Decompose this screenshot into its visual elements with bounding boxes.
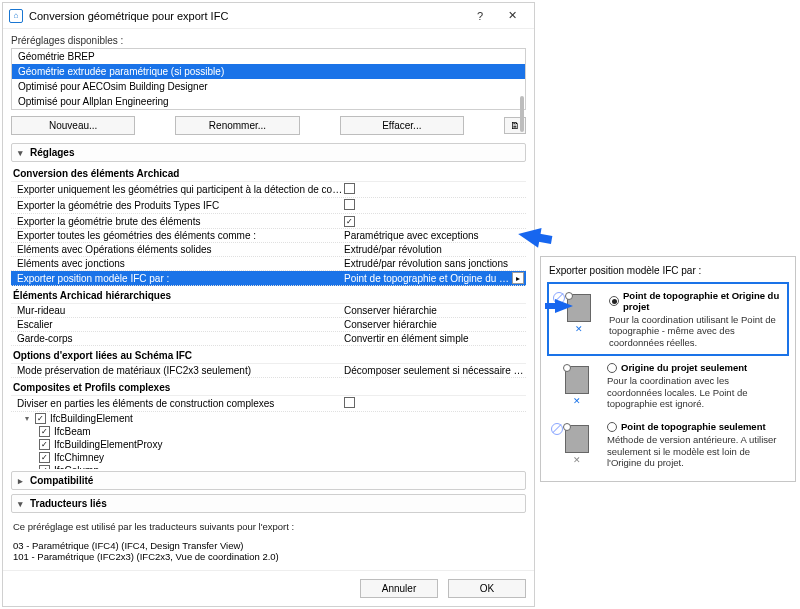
checkbox-checked[interactable]: ✓: [39, 465, 50, 469]
element-tree: ▾ ✓ IfcBuildingElement ✓IfcBeam ✓IfcBuil…: [11, 412, 526, 469]
row-toutes[interactable]: Exporter toutes les géométries des éléme…: [11, 229, 526, 243]
preset-item[interactable]: Géométrie BREP: [12, 49, 525, 64]
row-solides[interactable]: Eléments avec Opérations éléments solide…: [11, 243, 526, 257]
radio-selected[interactable]: [609, 296, 619, 306]
section-translators-header[interactable]: ▾ Traducteurs liés: [12, 495, 525, 512]
section-compat-header[interactable]: ▸ Compatibilité: [12, 472, 525, 489]
row-mur[interactable]: Mur-rideau Conserver hiérarchie: [11, 304, 526, 318]
section-reglages-header[interactable]: ▾ Réglages: [12, 144, 525, 161]
row-types[interactable]: Exporter la géométrie des Produits Types…: [11, 198, 526, 214]
checkbox-checked[interactable]: ✓: [344, 216, 355, 227]
row-value: Conserver hiérarchie: [344, 319, 524, 330]
option-title: Point de topographie et Origine du proje…: [623, 290, 781, 312]
checkbox-checked[interactable]: ✓: [39, 439, 50, 450]
row-label: Mur-rideau: [17, 305, 344, 316]
checkbox[interactable]: [344, 183, 355, 194]
group-conversion: Conversion des éléments Archicad: [11, 164, 526, 182]
ok-button[interactable]: OK: [448, 579, 526, 598]
scrollbar-thumb[interactable]: [520, 96, 524, 132]
row-label: Exporter position modèle IFC par :: [17, 273, 344, 284]
tree-node[interactable]: ✓IfcChimney: [39, 451, 526, 464]
checkbox[interactable]: [344, 199, 355, 210]
checkbox-checked[interactable]: ✓: [39, 426, 50, 437]
translators-list: 03 - Paramétrique (IFC4) (IFC4, Design T…: [3, 538, 534, 570]
section-compat-title: Compatibilité: [30, 475, 93, 486]
section-reglages-title: Réglages: [30, 147, 74, 158]
cancel-button[interactable]: Annuler: [360, 579, 438, 598]
preset-item[interactable]: Optimisé pour Allplan Engineering: [12, 94, 525, 109]
position-popup: Exporter position modèle IFC par : ✕ Poi…: [540, 256, 796, 482]
tree-label: IfcChimney: [54, 452, 104, 463]
translators-intro: Ce préréglage est utilisé par les traduc…: [3, 515, 534, 538]
preset-item[interactable]: Optimisé pour AECOsim Building Designer: [12, 79, 525, 94]
row-brute[interactable]: Exporter la géométrie brute des éléments…: [11, 214, 526, 229]
help-button[interactable]: ?: [464, 5, 496, 27]
group-export-ifc: Options d'export liées au Schéma IFC: [11, 346, 526, 364]
option-topo-only[interactable]: ✕ Point de topographie seulement Méthode…: [547, 415, 789, 474]
tree-node[interactable]: ✓IfcColumn: [39, 464, 526, 469]
tree-label: IfcBuildingElement: [50, 413, 133, 424]
page-icon: 🗎: [510, 120, 520, 131]
preset-list-wrap: Géométrie BREP Géométrie extrudée paramé…: [3, 48, 534, 110]
radio[interactable]: [607, 363, 617, 373]
row-label: Mode préservation de matériaux (IFC2x3 s…: [17, 365, 344, 376]
row-label: Exporter uniquement les géométries qui p…: [17, 184, 344, 195]
row-value: Convertir en élément simple: [344, 333, 524, 344]
row-value: Extrudé/par révolution: [344, 244, 524, 255]
tree-label: IfcBuildingElementProxy: [54, 439, 162, 450]
row-materiaux[interactable]: Mode préservation de matériaux (IFC2x3 s…: [11, 364, 526, 378]
new-button[interactable]: Nouveau...: [11, 116, 135, 135]
dialog-footer: Annuler OK: [3, 570, 534, 606]
option-title: Point de topographie seulement: [621, 421, 766, 432]
option-desc: Pour la coordination utilisant le Point …: [609, 314, 781, 348]
option-topo-and-origin[interactable]: ✕ Point de topographie et Origine du pro…: [547, 282, 789, 356]
option-origin-only[interactable]: ✕ Origine du projet seulement Pour la co…: [547, 356, 789, 415]
chevron-down-icon: ▾: [18, 148, 28, 158]
section-reglages: ▾ Réglages: [11, 143, 526, 162]
preset-item-selected[interactable]: Géométrie extrudée paramétrique (si poss…: [12, 64, 525, 79]
translator-item: 101 - Paramétrique (IFC2x3) (IFC2x3, Vue…: [13, 551, 524, 562]
tree-node-root[interactable]: ▾ ✓ IfcBuildingElement: [25, 412, 526, 425]
row-position-selected[interactable]: Exporter position modèle IFC par : Point…: [11, 271, 526, 286]
option-desc: Pour la coordination avec les coordonnée…: [607, 375, 783, 409]
row-escalier[interactable]: Escalier Conserver hiérarchie: [11, 318, 526, 332]
app-icon: ⌂: [9, 9, 23, 23]
expander-icon[interactable]: ▾: [25, 414, 35, 423]
option-thumb-col: ✕: [553, 362, 601, 409]
tree-node[interactable]: ✓IfcBeam: [39, 425, 526, 438]
dropdown-arrow-icon[interactable]: ▸: [512, 272, 524, 284]
title-bar: ⌂ Conversion géométrique pour export IFC…: [3, 3, 534, 29]
row-value: Extrudé/par révolution sans jonctions: [344, 258, 524, 269]
option-thumb-icon: [565, 366, 589, 394]
checkbox-checked[interactable]: ✓: [35, 413, 46, 424]
row-diviser[interactable]: Diviser en parties les éléments de const…: [11, 396, 526, 412]
row-label: Eléments avec Opérations éléments solide…: [17, 244, 344, 255]
row-label: Diviser en parties les éléments de const…: [17, 398, 344, 409]
rename-button[interactable]: Renommer...: [175, 116, 299, 135]
radio[interactable]: [607, 422, 617, 432]
popup-title: Exporter position modèle IFC par :: [547, 263, 789, 282]
x-marker-icon: ✕: [573, 455, 581, 465]
row-label: Exporter la géométrie des Produits Types…: [17, 200, 344, 211]
row-garde[interactable]: Garde-corps Convertir en élément simple: [11, 332, 526, 346]
tree-label: IfcColumn: [54, 465, 99, 469]
close-button[interactable]: ✕: [496, 5, 528, 27]
checkbox-checked[interactable]: ✓: [39, 452, 50, 463]
tree-node[interactable]: ✓IfcBuildingElementProxy: [39, 438, 526, 451]
x-marker-icon: ✕: [573, 396, 581, 406]
section-translators-title: Traducteurs liés: [30, 498, 107, 509]
row-label: Eléments avec jonctions: [17, 258, 344, 269]
row-label: Exporter toutes les géométries des éléme…: [17, 230, 344, 241]
row-jonctions[interactable]: Eléments avec jonctions Extrudé/par révo…: [11, 257, 526, 271]
settings-body: Conversion des éléments Archicad Exporte…: [11, 164, 526, 469]
section-translators: ▾ Traducteurs liés: [11, 494, 526, 513]
ifc-export-dialog: ⌂ Conversion géométrique pour export IFC…: [2, 2, 535, 607]
row-value: Paramétrique avec exceptions: [344, 230, 524, 241]
preset-button-row: Nouveau... Renommer... Effacer... 🗎: [3, 110, 534, 141]
row-collision[interactable]: Exporter uniquement les géométries qui p…: [11, 182, 526, 198]
delete-button[interactable]: Effacer...: [340, 116, 464, 135]
checkbox[interactable]: [344, 397, 355, 408]
preset-list[interactable]: Géométrie BREP Géométrie extrudée paramé…: [11, 48, 526, 110]
presets-label: Préréglages disponibles :: [3, 29, 534, 48]
x-marker-icon: ✕: [575, 324, 583, 334]
